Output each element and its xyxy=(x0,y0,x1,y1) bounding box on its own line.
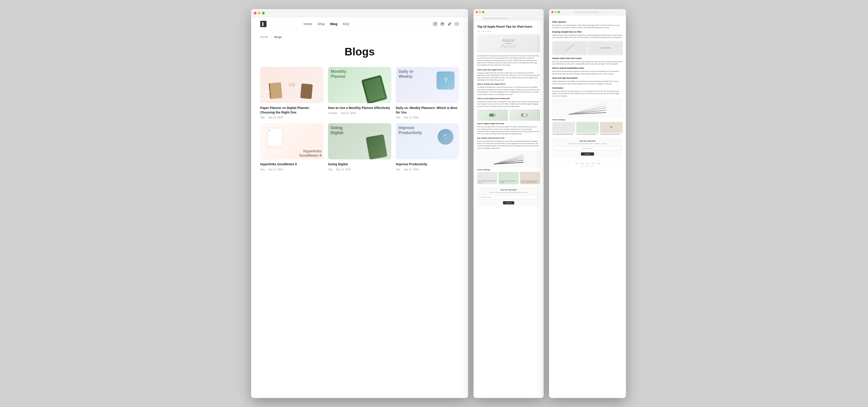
further-card-1[interactable]: Top 10 Apple Pencil Tips for iPad Users xyxy=(477,172,497,184)
footer-copyright: © 2024 All rights reserved xyxy=(552,165,623,167)
article-minimize-dot[interactable] xyxy=(479,11,481,13)
further-readings-label: Further Readings xyxy=(477,169,540,170)
blog-card-improve-productivity[interactable]: ImproveProductivity Improve Productivity… xyxy=(396,123,459,171)
card-category-2: Tutorials xyxy=(328,112,338,115)
article-section-4-text: Over time, you might notice the tip of y… xyxy=(477,126,540,135)
blog-nav-social-icons xyxy=(433,22,459,26)
footer-link-shop[interactable]: Shop xyxy=(575,163,579,164)
daily-overlay: Daily orWeekly xyxy=(399,69,413,79)
window-close-dot[interactable] xyxy=(254,12,256,14)
further-card-2[interactable]: The Pros and Cons of Digital Drawing xyxy=(498,172,519,184)
tiktok-icon[interactable] xyxy=(447,22,452,26)
window-expand-dot[interactable] xyxy=(262,12,265,14)
right-pressure-chart xyxy=(552,99,623,117)
article-nav: ‹ › plantingplanner.com/blog/apple-penci… xyxy=(473,15,544,21)
card-title-2: How to Use a Monthly Planner Effectively xyxy=(328,106,391,111)
article-share-btn[interactable]: ⤴ xyxy=(539,17,542,20)
nav-link-faq[interactable]: FAQ xyxy=(343,22,349,26)
right-minimize-dot[interactable] xyxy=(555,11,557,13)
article-section-3-text: Sometimes you want to check the battery … xyxy=(477,101,540,107)
blog-card-hyperlinks[interactable]: ✎ HyperlinksGoodNotes 6 Hyperlinks GoodN… xyxy=(260,123,323,171)
blog-card-daily-weekly[interactable]: Daily orWeekly Daily vs. Weekly Planners… xyxy=(396,67,459,119)
footer-link-blog[interactable]: Blog xyxy=(581,163,583,164)
svg-rect-11 xyxy=(522,114,523,116)
article-url-bar[interactable]: plantingplanner.com/blog/apple-pencil-ti… xyxy=(482,17,538,20)
right-further-img-2: VS xyxy=(576,122,599,133)
right-section-6-title: Palm rejection xyxy=(552,21,623,23)
right-close-dot[interactable] xyxy=(551,11,553,13)
straight-lines-image xyxy=(552,41,623,55)
further-card-3[interactable]: The Ultimate iPad Accessories Guide for … xyxy=(520,172,540,184)
breadcrumb-home[interactable]: Home xyxy=(260,35,268,39)
right-content: Palm rejection Palm rejection is an impo… xyxy=(549,15,626,398)
page-title: Blogs xyxy=(251,41,468,67)
right-footer: Shop Blog About FAQ Legal © 2024 All rig… xyxy=(552,160,623,167)
newsletter-section: Join the newsletter Sign up to our commu… xyxy=(477,187,540,207)
right-url-bar[interactable]: plantingplanner.com/blog/apple-pencil-ti… xyxy=(574,11,610,13)
pinterest-icon[interactable] xyxy=(440,22,445,26)
nav-link-home[interactable]: Home xyxy=(304,22,312,26)
card-meta-1: Tips · Sep 12, 2024 xyxy=(260,116,323,119)
vs-text: VS xyxy=(288,82,295,88)
blog-window: ▌ Home Shop Blog FAQ Home → Blogs xyxy=(251,9,468,398)
right-section-7-text: Sometimes when you are sketching or taki… xyxy=(552,34,623,39)
right-newsletter-subscribe-btn[interactable]: Subscribe xyxy=(581,152,594,156)
svg-rect-0 xyxy=(433,22,437,26)
blog-card-monthly-planner[interactable]: MonthlyPlanner How to Use a Monthly Plan… xyxy=(328,67,391,119)
card-category-5: Tips xyxy=(328,168,333,171)
right-conclusion-title: Conclusion xyxy=(552,87,623,89)
instagram-icon[interactable] xyxy=(433,22,437,26)
card-meta-3: Tips · Sep 12, 2024 xyxy=(396,116,459,119)
further-card-title-3: The Ultimate iPad Accessories Guide for … xyxy=(521,180,539,183)
footer-link-legal[interactable]: Legal xyxy=(596,163,600,164)
svg-line-18 xyxy=(565,44,574,51)
blog-card-going-digital[interactable]: GoingDigital Going Digital Tips · Sep 12… xyxy=(328,123,391,171)
card-meta-2: Tutorials · Sep 12, 2024 xyxy=(328,112,391,115)
article-section-2-text: The Apple Pencil battery life is one of … xyxy=(477,86,540,96)
right-reload-btn[interactable]: ↺ xyxy=(613,11,615,13)
newsletter-text: Sign up to our community and get updates… xyxy=(479,192,538,193)
blog-card-paper-digital[interactable]: VS PaperVSDigital Paper Planner vs Digit… xyxy=(260,67,323,119)
right-further-card-3[interactable]: 📚 The Ultimate iPad Accessories Guide xyxy=(600,122,623,135)
blog-logo[interactable]: ▌ xyxy=(260,21,267,27)
breadcrumb-arrow: → xyxy=(270,35,273,39)
right-forward-btn[interactable]: › xyxy=(571,11,572,13)
card-title-6: Improve Productivity xyxy=(396,162,459,167)
article-close-dot[interactable] xyxy=(476,11,478,13)
newsletter-email-input[interactable] xyxy=(479,195,538,199)
right-further-card-1[interactable]: ✎ Top 10 Apple Pencil Tips for iPad User… xyxy=(552,122,575,135)
newsletter-subscribe-button[interactable]: Subscribe xyxy=(503,201,515,205)
card-title-5: Going Digital xyxy=(328,162,391,167)
article-back-btn[interactable]: ‹ xyxy=(475,17,478,20)
article-section-1-text: Pairing your Apple Pencil with your iPad… xyxy=(477,72,540,82)
monthly-overlay: MonthlyPlanner xyxy=(331,69,346,79)
meta-dot-1: · xyxy=(266,116,267,119)
right-further-img-1: ✎ xyxy=(552,122,575,133)
card-title-1: Paper Planner vs Digital Planner: Choosi… xyxy=(260,106,323,115)
footer-link-about[interactable]: About xyxy=(586,163,589,164)
window-titlebar xyxy=(251,9,468,17)
nav-link-shop[interactable]: Shop xyxy=(318,22,325,26)
footer-link-faq[interactable]: FAQ xyxy=(592,163,594,164)
right-back-btn[interactable]: ‹ xyxy=(570,11,570,13)
card-title-3: Daily vs. Weekly Planners: Which is Best… xyxy=(396,106,459,115)
right-share-btn[interactable]: ⤴ xyxy=(612,11,612,13)
right-newsletter-input[interactable] xyxy=(555,146,620,150)
window-minimize-dot[interactable] xyxy=(258,12,260,14)
article-section-5-text: Pressure sensitivity and tilt recognitio… xyxy=(477,140,540,150)
right-section-9-title: How to search handwritten notes xyxy=(552,67,623,69)
card-category-6: Tips xyxy=(396,168,400,171)
newsletter-title: Join the newsletter xyxy=(479,189,538,191)
nav-link-blog[interactable]: Blog xyxy=(330,22,337,26)
right-expand-dot[interactable] xyxy=(558,11,560,13)
youtube-icon[interactable] xyxy=(455,22,459,26)
card-meta-4: Tips · Sep 12, 2024 xyxy=(260,168,323,171)
blog-content: Home → Blogs Blogs VS PaperVSDigital Pap… xyxy=(251,31,468,398)
digital-tablet-icon xyxy=(300,84,313,99)
productivity-overlay: ImproveProductivity xyxy=(399,125,422,135)
article-forward-btn[interactable]: › xyxy=(479,17,481,20)
right-newsletter-text: Sign up to our community and get updates… xyxy=(555,143,620,144)
article-expand-dot[interactable] xyxy=(482,11,484,13)
productivity-gear-icon xyxy=(438,129,454,145)
right-further-card-2[interactable]: VS The Pros and Cons of Digital Drawing xyxy=(576,122,599,135)
